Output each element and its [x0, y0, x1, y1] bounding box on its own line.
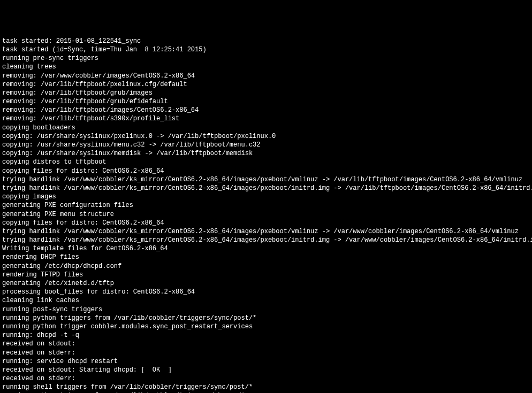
terminal-line: trying hardlink /var/www/cobbler/ks_mirr…	[2, 175, 530, 184]
terminal-line: copying images	[2, 192, 530, 201]
terminal-line: trying hardlink /var/www/cobbler/ks_mirr…	[2, 236, 530, 244]
terminal-line: task started: 2015-01-08_122541_sync	[2, 37, 530, 45]
terminal-line: removing: /var/lib/tftpboot/pxelinux.cfg…	[2, 80, 530, 89]
terminal-line: running: dhcpd -t -q	[2, 331, 530, 340]
terminal-line: received on stderr:	[2, 374, 530, 383]
terminal-line: running pre-sync triggers	[2, 54, 530, 63]
terminal-line: received on stderr:	[2, 349, 530, 357]
terminal-line: running python trigger cobbler.modules.s…	[2, 322, 530, 331]
terminal-output: task started: 2015-01-08_122541_synctask…	[2, 37, 530, 393]
terminal-line: generating /etc/xinetd.d/tftp	[2, 279, 530, 288]
terminal-line: removing: /var/lib/tftpboot/s390x/profil…	[2, 114, 530, 123]
terminal-line: received on stdout: Starting dhcpd: [ OK…	[2, 366, 530, 374]
terminal-line: copying files for distro: CentOS6.2-x86_…	[2, 219, 530, 227]
terminal-line: removing: /var/lib/tftpboot/grub/images	[2, 89, 530, 97]
terminal-line: cleaning trees	[2, 63, 530, 71]
terminal-line: copying: /usr/share/syslinux/menu.c32 ->…	[2, 141, 530, 149]
terminal-line: running shell triggers from /var/lib/cob…	[2, 383, 530, 391]
terminal-line: copying: /usr/share/syslinux/pxelinux.0 …	[2, 132, 530, 141]
terminal-line: Writing template files for CentOS6.2-x86…	[2, 244, 530, 253]
terminal-line: rendering DHCP files	[2, 253, 530, 261]
terminal-line: generating /etc/dhcp/dhcpd.conf	[2, 262, 530, 271]
terminal-line: removing: /var/lib/tftpboot/grub/efidefa…	[2, 97, 530, 106]
terminal-line: running: service dhcpd restart	[2, 357, 530, 366]
terminal-line: copying distros to tftpboot	[2, 158, 530, 166]
terminal-line: rendering TFTPD files	[2, 271, 530, 279]
terminal-line: cleaning link caches	[2, 296, 530, 305]
terminal-line: task started (id=Sync, time=Thu Jan 8 12…	[2, 45, 530, 54]
terminal-line: running post-sync triggers	[2, 305, 530, 314]
terminal-line: trying hardlink /var/www/cobbler/ks_mirr…	[2, 227, 530, 236]
terminal-line: removing: /var/lib/tftpboot/images/CentO…	[2, 106, 530, 114]
terminal-line: copying bootloaders	[2, 124, 530, 132]
terminal-line: removing: /var/www/cobbler/images/CentOS…	[2, 72, 530, 80]
terminal-line: copying files for distro: CentOS6.2-x86_…	[2, 167, 530, 175]
terminal-line: generating PXE menu structure	[2, 210, 530, 219]
terminal-line: copying: /usr/share/syslinux/memdisk -> …	[2, 149, 530, 158]
terminal-line: running python triggers from /var/lib/co…	[2, 314, 530, 322]
terminal-line: received on stdout:	[2, 340, 530, 348]
terminal-line: processing boot_files for distro: CentOS…	[2, 288, 530, 296]
terminal-line: trying hardlink /var/www/cobbler/ks_mirr…	[2, 184, 530, 192]
terminal-line: generating PXE configuration files	[2, 201, 530, 210]
